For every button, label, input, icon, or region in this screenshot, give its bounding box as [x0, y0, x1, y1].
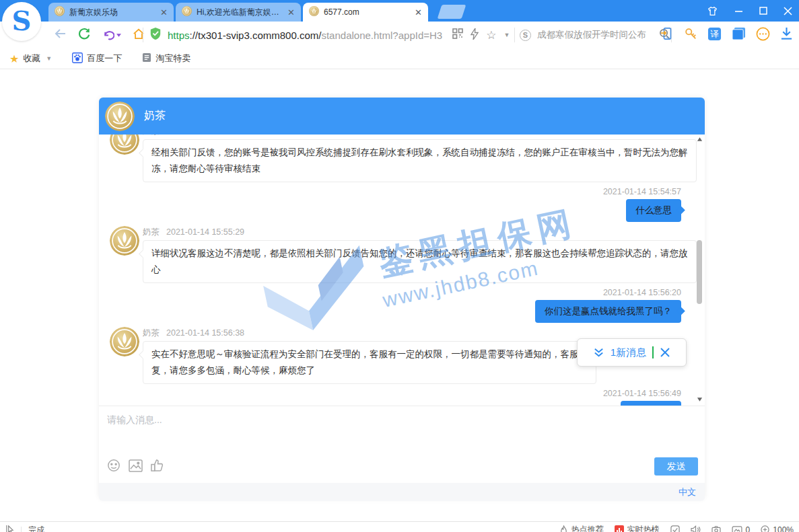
bookmarks-bar: ★ 收藏 ▼ 百度一下 淘宝特卖: [0, 48, 799, 69]
refresh-icon[interactable]: [78, 28, 91, 42]
trending-chart-icon: [615, 525, 624, 532]
message-bubble: 你们这是赢点钱就给我黑了吗？: [535, 300, 681, 323]
new-tab-button[interactable]: [438, 5, 466, 19]
theme-shirt-icon[interactable]: [707, 6, 718, 16]
agent-name: 奶茶: [144, 109, 166, 123]
message-time: 2021-01-14 15:56:49: [110, 388, 681, 399]
tab-title: 6577.com: [324, 7, 410, 17]
maximize-button[interactable]: [759, 7, 767, 15]
addr-dropdown-icon[interactable]: ▼: [503, 32, 510, 38]
notification-divider: [652, 346, 654, 358]
tab-casino-2[interactable]: Hi,欢迎光临新葡京娱樂場 ✕: [176, 3, 301, 22]
agent-message: 奶茶2021-01-14 15:55:29 详细状况客服这边不清楚呢，都是依照相…: [110, 226, 681, 283]
message-sender: 奶茶: [143, 135, 160, 136]
agent-avatar: [105, 102, 135, 131]
more-menu-icon[interactable]: [756, 27, 770, 44]
user-message: 2021-01-14 15:56:20 你们这是赢点钱就给我黑了吗？: [110, 287, 681, 323]
bookmark-baidu[interactable]: 百度一下: [72, 52, 122, 65]
svg-text:译: 译: [710, 30, 719, 39]
bookmark-star-icon[interactable]: ☆: [486, 28, 496, 42]
media-icon: [732, 526, 742, 532]
undo-icon[interactable]: [102, 30, 121, 40]
agent-avatar: [110, 327, 139, 356]
tab-strip: 新葡京娱乐场 ✕ Hi,欢迎光临新葡京娱樂場 ✕ 6577.com ✕: [48, 3, 464, 22]
bookmark-taobao[interactable]: 淘宝特卖: [142, 52, 190, 65]
scrollbar-thumb[interactable]: [697, 240, 702, 304]
notification-close-icon[interactable]: [660, 347, 670, 358]
tab-casino-1[interactable]: 新葡京娱乐场 ✕: [48, 3, 174, 22]
tab-title: Hi,欢迎光临新葡京娱樂場: [197, 7, 283, 18]
message-bubble: 什么意思: [626, 199, 681, 222]
baidu-paw-icon: [72, 52, 83, 65]
url-text[interactable]: https://tx301-svip3.comm800.com/standalo…: [168, 30, 442, 41]
new-message-label[interactable]: 1新消息: [611, 346, 646, 359]
realtime-trending-button[interactable]: 实时热榜: [615, 524, 660, 532]
status-bar: 完成 热点推荐 实时热榜 0 100%: [0, 521, 799, 532]
double-chevron-down-icon: [593, 347, 604, 358]
flame-icon: [559, 525, 568, 532]
image-upload-icon[interactable]: [129, 459, 143, 475]
send-to-phone-icon[interactable]: [660, 27, 674, 43]
sound-icon[interactable]: [691, 525, 701, 532]
message-time: 2021-01-14 15:56:38: [166, 328, 244, 338]
message-bubble: 经相关部门反馈，您的账号是被我司风控系统捕捉到存在刷水套利现象，系统自动捕捉冻结…: [143, 139, 697, 182]
emoji-icon[interactable]: [107, 459, 120, 475]
message-time: 2021-01-14 15:54:57: [110, 186, 681, 197]
browser-titlebar: 新葡京娱乐场 ✕ Hi,欢迎光临新葡京娱樂場 ✕ 6577.com ✕: [0, 0, 799, 22]
message-time: 2021-01-14 15:56:20: [110, 287, 681, 298]
chat-widget: 奶茶 奶茶2021-01-14 15:54:40 经相关部门反馈，您的账号是被我…: [99, 98, 705, 499]
message-input[interactable]: [107, 414, 578, 449]
tab-6577-active[interactable]: 6577.com ✕: [303, 3, 428, 22]
security-shield-icon[interactable]: [149, 27, 162, 43]
scroll-down-icon[interactable]: [697, 396, 703, 403]
tab-favicon-icon: [55, 6, 65, 18]
favorites-star-icon: ★: [9, 52, 19, 65]
agent-message: 奶茶2021-01-14 15:54:40 经相关部门反馈，您的账号是被我司风控…: [110, 135, 681, 182]
tab-close-icon[interactable]: ✕: [160, 8, 168, 17]
language-switch[interactable]: 中文: [679, 486, 696, 498]
zoom-control[interactable]: 100%: [761, 525, 794, 532]
back-icon[interactable]: [54, 28, 67, 42]
cursor-mode-icon[interactable]: [5, 525, 14, 532]
tab-close-icon[interactable]: ✕: [287, 8, 295, 17]
message-bubble-clipped: [621, 401, 681, 406]
user-message-partial: 2021-01-14 15:56:49: [110, 388, 681, 406]
page-status-text: 完成: [28, 525, 44, 532]
zoom-plus-icon: [761, 525, 769, 532]
browser-toolbar: https://tx301-svip3.comm800.com/standalo…: [0, 22, 799, 48]
message-sender: 奶茶: [143, 227, 160, 237]
password-key-icon[interactable]: [684, 27, 697, 43]
tab-close-icon[interactable]: ✕: [415, 8, 422, 17]
translate-icon[interactable]: 译: [707, 27, 722, 44]
send-button[interactable]: 发送: [654, 457, 698, 476]
bookmark-label: 百度一下: [87, 52, 122, 65]
scroll-up-icon[interactable]: [697, 136, 703, 143]
task-check-icon[interactable]: [670, 525, 680, 532]
minimize-button[interactable]: [734, 7, 743, 15]
close-button[interactable]: [784, 7, 792, 15]
list-icon: [142, 52, 151, 65]
qr-code-icon[interactable]: [452, 28, 463, 42]
download-icon[interactable]: [780, 27, 793, 43]
bookmark-label: 淘宝特卖: [155, 52, 190, 65]
tab-favicon-icon: [309, 6, 319, 18]
search-suggestion-text[interactable]: 成都寒假放假开学时间公布: [537, 29, 653, 41]
thumbs-up-icon[interactable]: [151, 459, 164, 475]
message-bubble: 详细状况客服这边不清楚呢，都是依照相关部门反馈告知您的，还请您耐心等待审查结束，…: [143, 240, 697, 283]
sogou-search-icon: S: [520, 30, 531, 41]
screenshot-icon[interactable]: [711, 526, 721, 532]
chat-scrollbar[interactable]: [697, 136, 703, 406]
address-bar[interactable]: https://tx301-svip3.comm800.com/standalo…: [149, 22, 510, 48]
lightning-icon[interactable]: [471, 28, 479, 42]
chat-header: 奶茶: [99, 98, 705, 135]
sogou-logo[interactable]: S: [2, 2, 41, 41]
media-counter[interactable]: 0: [732, 525, 751, 532]
favorites-menu[interactable]: ★ 收藏 ▼: [9, 52, 52, 65]
agent-avatar: [110, 135, 139, 155]
collection-icon[interactable]: [732, 27, 746, 43]
message-bubble: 实在不好意思呢～审核验证流程为安全部门在受理的，客服有一定的权限，一切都是需要等…: [143, 341, 596, 384]
hot-recommend-button[interactable]: 热点推荐: [559, 524, 604, 532]
tab-favicon-icon: [182, 6, 192, 18]
search-box[interactable]: S 成都寒假放假开学时间公布: [520, 22, 670, 48]
new-message-notification[interactable]: 1新消息: [577, 338, 687, 367]
